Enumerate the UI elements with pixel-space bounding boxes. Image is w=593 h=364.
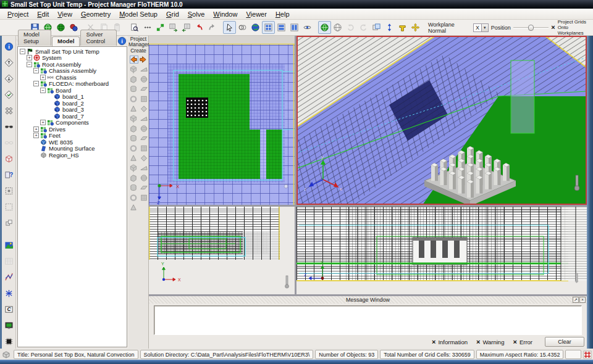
close-icon[interactable]: × bbox=[579, 297, 586, 303]
select-pointer-button[interactable] bbox=[223, 21, 236, 34]
move-workplane-button[interactable] bbox=[409, 21, 422, 34]
create-shelf-button[interactable] bbox=[139, 173, 148, 183]
object-info-button[interactable]: i bbox=[2, 39, 15, 53]
orientation-button[interactable] bbox=[249, 21, 262, 34]
expand-icon[interactable]: + bbox=[27, 55, 32, 60]
model-tree[interactable]: −Small Set Top Unit Temp+System−Root Ass… bbox=[17, 46, 127, 347]
shaded-view-button[interactable] bbox=[318, 21, 331, 34]
workplane-position-slider[interactable] bbox=[513, 24, 549, 31]
check-model-button[interactable] bbox=[2, 88, 15, 101]
tab-model[interactable]: Model bbox=[52, 36, 80, 46]
create-resistance-button[interactable] bbox=[139, 114, 148, 123]
collapse-icon[interactable]: − bbox=[33, 81, 39, 86]
create-volume-source-button[interactable] bbox=[128, 124, 138, 133]
localize-grid-button[interactable] bbox=[167, 21, 180, 34]
clear-button[interactable]: Clear bbox=[545, 337, 584, 347]
create-pcb-button[interactable] bbox=[128, 85, 138, 94]
menu-solve[interactable]: Solve bbox=[183, 10, 209, 19]
tab-solver-control[interactable]: Solver Control bbox=[80, 30, 117, 46]
deselect-region-button[interactable] bbox=[2, 200, 15, 213]
create-monitor-point-button[interactable] bbox=[128, 193, 138, 202]
menu-model-setup[interactable]: Model Setup bbox=[115, 10, 162, 19]
model-drilldown-button[interactable] bbox=[54, 21, 67, 34]
expand-icon[interactable]: + bbox=[33, 133, 39, 138]
find-button[interactable] bbox=[128, 21, 141, 34]
profiles-button[interactable] bbox=[2, 270, 15, 284]
tree-item-root-assembly[interactable]: −Root Assembly bbox=[18, 61, 127, 68]
create-humidity-source-button[interactable] bbox=[139, 163, 148, 173]
tree-item-small-set-top-unit-temp[interactable]: −Small Set Top Unit Temp bbox=[18, 48, 127, 55]
tree-item-drives[interactable]: +Drives bbox=[18, 126, 127, 133]
panel-info-icon[interactable]: i bbox=[117, 36, 127, 46]
create-fixed-flow-button[interactable] bbox=[139, 134, 148, 143]
pack-objects-button[interactable] bbox=[2, 216, 15, 230]
create-back-button[interactable] bbox=[130, 56, 138, 64]
create-fan-button[interactable] bbox=[128, 104, 138, 114]
create-cylinder-button[interactable] bbox=[139, 154, 148, 163]
workplane-axis-select[interactable]: X▼ bbox=[473, 23, 489, 32]
menu-project[interactable]: Project bbox=[3, 10, 33, 19]
create-duct-button[interactable] bbox=[128, 183, 138, 192]
create-enclosure-button[interactable] bbox=[128, 94, 138, 104]
tree-item-board-7[interactable]: board_7 bbox=[18, 113, 127, 120]
tree-item-we-8035[interactable]: WE 8035 bbox=[18, 139, 127, 146]
wireframe-view-button[interactable] bbox=[331, 21, 344, 34]
project-grids-checkbox[interactable]: × bbox=[551, 24, 555, 31]
visualization-button[interactable] bbox=[2, 238, 15, 252]
tree-item-chassis-assembly[interactable]: −Chassis Assembly bbox=[18, 68, 127, 75]
tree-item-floeda-motherboard[interactable]: −FLOEDA: motherboard bbox=[18, 81, 127, 88]
create-prism-button[interactable] bbox=[128, 75, 138, 84]
bounding-box-button[interactable] bbox=[2, 152, 15, 165]
select-region-button[interactable] bbox=[2, 184, 15, 197]
layout-quad-button[interactable] bbox=[262, 21, 275, 34]
slider-thumb[interactable] bbox=[528, 25, 534, 31]
filter-error-checkbox[interactable]: ×Error bbox=[513, 339, 532, 345]
component-chip-button[interactable] bbox=[2, 334, 15, 348]
filter-information-checkbox[interactable]: ×Information bbox=[432, 339, 468, 345]
create-rack-button[interactable] bbox=[128, 173, 138, 183]
menu-window[interactable]: Window bbox=[209, 10, 242, 19]
tree-item-system[interactable]: +System bbox=[18, 55, 127, 62]
layout-split-h-button[interactable] bbox=[275, 21, 288, 34]
menu-edit[interactable]: Edit bbox=[33, 10, 53, 19]
redo-button[interactable] bbox=[206, 21, 219, 34]
duplicate-view-button[interactable] bbox=[370, 21, 383, 34]
collapse-icon[interactable]: − bbox=[40, 88, 46, 93]
grid-constraints-button[interactable] bbox=[141, 21, 154, 34]
tree-item-board[interactable]: −Board bbox=[18, 87, 127, 94]
tree-item-board-3[interactable]: board_3 bbox=[18, 107, 127, 114]
create-axial-fan-button[interactable] bbox=[139, 104, 148, 114]
collapse-icon[interactable]: − bbox=[20, 49, 25, 54]
undock-icon[interactable]: ↗ bbox=[573, 297, 579, 303]
grid-indicator-icon[interactable] bbox=[583, 350, 592, 359]
message-log-area[interactable] bbox=[154, 305, 582, 335]
viewport-3d-view[interactable]: y x z bbox=[296, 36, 587, 205]
menu-help[interactable]: Help bbox=[271, 10, 294, 19]
undo-button[interactable] bbox=[193, 21, 206, 34]
menu-viewer[interactable]: Viewer bbox=[242, 10, 271, 19]
tree-item-region-hs[interactable]: Region_HS bbox=[18, 152, 127, 159]
create-plate-button[interactable] bbox=[139, 193, 148, 202]
tab-model-setup[interactable]: Model Setup bbox=[18, 30, 51, 46]
view-shaded-glasses-button[interactable] bbox=[2, 120, 15, 133]
create-cuboid-button[interactable] bbox=[139, 65, 148, 74]
create-forward-button[interactable] bbox=[139, 56, 148, 64]
delocalize-grid-button[interactable] bbox=[180, 21, 193, 34]
collapse-icon[interactable]: − bbox=[33, 68, 39, 73]
workplane-tool-button[interactable] bbox=[396, 21, 409, 34]
chevron-down-icon[interactable]: ▼ bbox=[481, 24, 488, 31]
tree-item-chassis[interactable]: +Chassis bbox=[18, 74, 127, 81]
solver-button[interactable] bbox=[2, 286, 15, 300]
move-up-level-button[interactable] bbox=[2, 56, 15, 69]
viewport-front-view[interactable]: Y X bbox=[149, 207, 295, 294]
expand-icon[interactable]: + bbox=[40, 75, 46, 80]
collapse-icon[interactable]: − bbox=[27, 62, 32, 67]
tree-item-components[interactable]: +Components bbox=[18, 120, 127, 126]
command-center-button[interactable]: C bbox=[2, 302, 15, 316]
create-thermostat-button[interactable] bbox=[128, 144, 138, 153]
message-window-titlebar[interactable]: Message Window ↗ × bbox=[149, 296, 587, 304]
expand-icon[interactable]: + bbox=[40, 120, 46, 125]
explode-assembly-button[interactable] bbox=[2, 104, 15, 117]
tree-item-mounting-surface[interactable]: Mounting Surface bbox=[18, 146, 127, 152]
create-compact-component-button[interactable] bbox=[139, 85, 148, 94]
